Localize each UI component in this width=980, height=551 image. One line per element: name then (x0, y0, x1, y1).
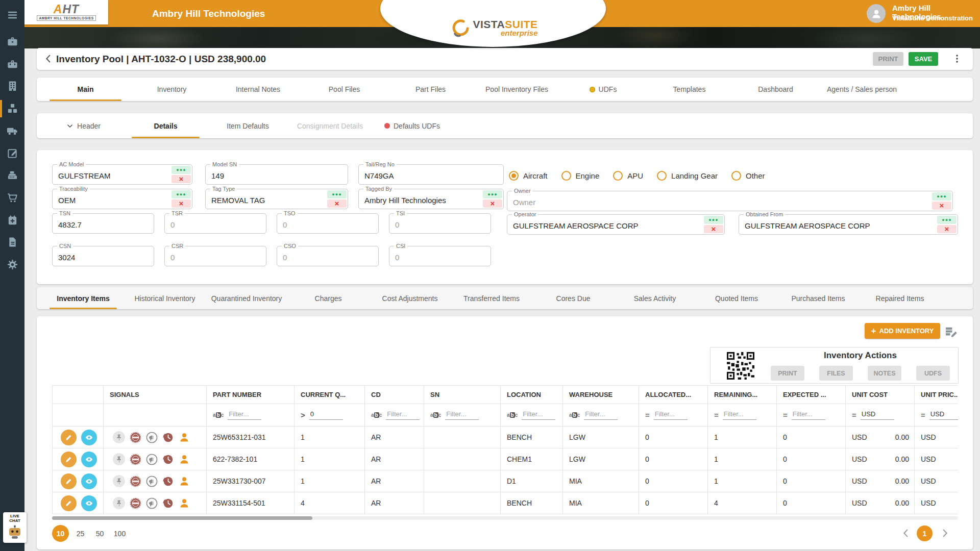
menu-icon[interactable] (0, 6, 24, 23)
obtained-from-clear-button[interactable]: × (937, 225, 957, 233)
pin-signal-icon[interactable] (113, 431, 125, 443)
inventory-files-button[interactable]: FILES (819, 366, 853, 381)
tab-dashboard[interactable]: Dashboard (732, 78, 819, 101)
sidebar-item-inventory[interactable] (0, 99, 24, 117)
page-size-100[interactable]: 100 (111, 525, 128, 542)
table-row[interactable]: 25W653121-0311ARBENCHLGW010 USD0.00 USD (53, 427, 959, 448)
inventory-print-button[interactable]: PRINT (771, 366, 804, 381)
tab-inventory[interactable]: Inventory (129, 78, 215, 101)
history-signal-icon[interactable] (162, 475, 174, 487)
tab-historical-inventory[interactable]: Historical Inventory (124, 287, 206, 309)
cd-filter[interactable]: Filter... (386, 410, 420, 420)
edit-row-button[interactable] (61, 452, 77, 467)
sidebar-item-toolbox[interactable] (0, 55, 24, 72)
cso-field[interactable]: CSO0 (277, 246, 379, 266)
tab-main[interactable]: Main (42, 78, 129, 101)
tab-part-files[interactable]: Part Files (387, 78, 474, 101)
owner-clear-button[interactable]: × (932, 202, 951, 210)
subtab-item-defaults[interactable]: Item Defaults (207, 113, 289, 138)
equals-filter-icon[interactable]: = (921, 411, 925, 419)
megaphone-signal-icon[interactable] (145, 497, 158, 509)
csi-field[interactable]: CSI0 (389, 246, 491, 266)
sidebar-item-sales[interactable] (0, 166, 24, 184)
unit-price-filter[interactable]: USD (929, 410, 958, 420)
current-page-button[interactable]: 1 (917, 525, 933, 541)
tsi-field[interactable]: TSI0 (389, 213, 491, 234)
tab-quoted-items[interactable]: Quoted Items (696, 287, 777, 309)
person-signal-icon[interactable] (178, 453, 190, 465)
ac-model-lookup-button[interactable]: ●●● (172, 166, 191, 174)
traceability-lookup-button[interactable]: ●●● (172, 190, 191, 198)
tab-quarantined-inventory[interactable]: Quarantined Inventory (206, 287, 287, 309)
radio-aircraft[interactable]: Aircraft (509, 171, 548, 181)
sidebar-item-briefcase[interactable] (0, 33, 24, 50)
tab-agents-sales[interactable]: Agents / Sales person (819, 78, 905, 101)
tagged-by-field[interactable]: Tagged By Ambry Hill Technologies ●●●× (358, 189, 504, 209)
pin-signal-icon[interactable] (113, 453, 125, 465)
next-page-icon[interactable] (939, 528, 950, 539)
tso-field[interactable]: TSO0 (277, 213, 379, 234)
radio-other[interactable]: Other (731, 171, 765, 181)
pin-signal-icon[interactable] (113, 475, 125, 487)
col-remaining[interactable]: REMAINING... (708, 386, 777, 404)
warehouse-filter[interactable]: Filter... (584, 410, 618, 420)
table-row[interactable]: 25W331154-5014ARBENCHMIA040 USD0.00 USD (53, 492, 959, 514)
model-sn-field[interactable]: Model SN 149 (205, 164, 348, 185)
person-signal-icon[interactable] (178, 475, 190, 487)
col-sn[interactable]: SN (424, 386, 501, 404)
subtab-consignment-details[interactable]: Consignment Details (289, 113, 371, 138)
person-signal-icon[interactable] (178, 431, 190, 443)
tab-repaired-items[interactable]: Repaired Items (859, 287, 941, 309)
operator-clear-button[interactable]: × (704, 225, 723, 233)
tab-charges[interactable]: Charges (287, 287, 369, 309)
sn-filter[interactable]: Filter... (445, 410, 479, 420)
company-logo[interactable]: AHT AMBRY HILL TECHNOLOGIES (24, 0, 108, 24)
live-chat-widget[interactable]: LIVE CHAT (3, 512, 27, 543)
tsr-field[interactable]: TSR0 (164, 213, 266, 234)
stamp-signal-icon[interactable] (129, 453, 141, 465)
history-signal-icon[interactable] (162, 497, 174, 509)
remaining-filter[interactable]: Filter... (723, 410, 756, 420)
owner-lookup-button[interactable]: ●●● (932, 192, 951, 201)
tab-inventory-items[interactable]: Inventory Items (42, 287, 124, 309)
col-unit-cost[interactable]: UNIT COST (846, 386, 915, 404)
edit-row-button[interactable] (61, 495, 77, 511)
edit-columns-icon[interactable] (945, 325, 958, 338)
tab-templates[interactable]: Templates (646, 78, 732, 101)
allocated-filter[interactable]: Filter... (654, 410, 688, 420)
equals-filter-icon[interactable]: = (645, 411, 650, 419)
ac-model-field[interactable]: AC Model GULFSTREAM ●●●× (52, 164, 192, 185)
tab-transferred-items[interactable]: Transferred Items (451, 287, 532, 309)
tag-type-lookup-button[interactable]: ●●● (327, 190, 347, 198)
sidebar-item-company[interactable] (0, 77, 24, 94)
csr-field[interactable]: CSR0 (164, 246, 266, 266)
megaphone-signal-icon[interactable] (145, 431, 158, 443)
tsn-field[interactable]: TSN4832.7 (52, 213, 154, 234)
equals-filter-icon[interactable]: = (783, 411, 788, 419)
history-signal-icon[interactable] (162, 453, 174, 465)
sidebar-item-documents[interactable] (0, 233, 24, 251)
view-row-button[interactable] (81, 495, 97, 511)
sidebar-item-shipping[interactable] (0, 122, 24, 139)
radio-engine[interactable]: Engine (561, 171, 600, 181)
save-button[interactable]: SAVE (909, 52, 938, 66)
subtab-header[interactable]: Header (42, 113, 125, 138)
sidebar-item-scheduling[interactable] (0, 211, 24, 229)
tab-sales-activity[interactable]: Sales Activity (614, 287, 696, 309)
col-part-number[interactable]: PART NUMBER (207, 386, 295, 404)
col-signals[interactable]: SIGNALS (104, 386, 207, 404)
sidebar-item-purchasing[interactable] (0, 189, 24, 206)
tab-udfs[interactable]: UDFs (560, 78, 646, 101)
obtained-from-field[interactable]: Obtained From GULFSTREAM AEROSPACE CORP … (739, 214, 958, 235)
part-number-filter[interactable]: Filter... (228, 410, 261, 420)
edit-row-button[interactable] (61, 473, 77, 489)
expected-filter[interactable]: Filter... (792, 410, 825, 420)
operator-field[interactable]: Operator GULFSTREAM AEROSPACE CORP ●●●× (507, 214, 725, 235)
greater-than-filter-icon[interactable]: > (301, 411, 305, 419)
stamp-signal-icon[interactable] (129, 497, 141, 509)
sidebar-item-edit-orders[interactable] (0, 144, 24, 162)
equals-filter-icon[interactable]: = (714, 411, 719, 419)
col-current-qty[interactable]: CURRENT Q... (295, 386, 365, 404)
person-signal-icon[interactable] (178, 497, 190, 509)
stamp-signal-icon[interactable] (129, 431, 141, 443)
